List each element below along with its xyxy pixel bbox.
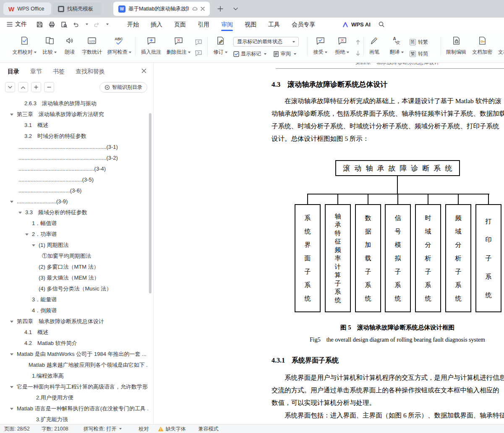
- tab-document-active[interactable]: W 基于Matlab的滚动轴承故障诊: [113, 2, 210, 16]
- expand-arrow-icon[interactable]: [32, 244, 35, 246]
- expand-arrow-icon[interactable]: [10, 114, 13, 116]
- menu-tab-reference[interactable]: 引用: [192, 18, 215, 31]
- toc-item[interactable]: 它是一种面向科学与工程计算的高级语言，允许数学形 ...: [0, 381, 148, 392]
- toc-item[interactable]: ........................................…: [0, 163, 148, 174]
- menu-tab-home[interactable]: 开始: [121, 18, 145, 31]
- word-count-button[interactable]: 123 字数统计: [80, 35, 104, 56]
- file-menu-button[interactable]: 文件: [7, 21, 27, 28]
- toc-item[interactable]: 3.2 时域分析的特征参数: [0, 131, 148, 142]
- sidebar-tab-bookmarks[interactable]: 书签: [53, 68, 65, 75]
- next-revision-icon[interactable]: [353, 49, 363, 58]
- toc-item[interactable]: 3.3 频域分析的特征参数: [0, 207, 148, 218]
- compare-button[interactable]: 比较: [39, 35, 60, 56]
- menu-tab-member[interactable]: 会员专享: [286, 18, 321, 31]
- sidebar-tab-find-replace[interactable]: 查找和替换: [76, 68, 105, 75]
- delete-comment-button[interactable]: 删除批注: [165, 35, 191, 56]
- read-aloud-button[interactable]: 朗读: [61, 35, 78, 56]
- accept-change-button[interactable]: 接受: [311, 35, 330, 56]
- print-icon[interactable]: [48, 21, 55, 28]
- expand-arrow-icon[interactable]: [10, 408, 13, 410]
- previous-comment-icon[interactable]: [194, 38, 203, 47]
- expand-arrow-icon[interactable]: [18, 212, 22, 214]
- review-pane-button[interactable]: 审阅: [273, 50, 296, 57]
- increase-level-button[interactable]: [31, 82, 41, 92]
- insert-comment-button[interactable]: 插入批注: [139, 35, 163, 56]
- word-count-indicator[interactable]: 字数: 21008: [42, 425, 68, 433]
- toc-item[interactable]: (2) 多窗口法（MTM 法）: [0, 262, 148, 272]
- translate-button[interactable]: A文 翻译: [387, 35, 406, 56]
- toc-item[interactable]: ........................................…: [0, 142, 148, 153]
- toc-item[interactable]: Matlab 是由 MathWorks 公司于 1984 年推出的一套 ...: [0, 349, 148, 360]
- expand-all-button[interactable]: [18, 82, 28, 92]
- menu-tab-view[interactable]: 视图: [239, 18, 262, 31]
- smart-toc-button[interactable]: 智能识别目录: [99, 82, 147, 93]
- doc-proofread-button[interactable]: 文档校对: [12, 35, 37, 56]
- toc-item[interactable]: ........................................…: [0, 153, 148, 163]
- expand-arrow-icon[interactable]: [25, 233, 29, 236]
- search-icon[interactable]: [378, 21, 385, 28]
- wps-ai-button[interactable]: WPS AI: [342, 21, 371, 28]
- previous-revision-icon[interactable]: [353, 38, 363, 47]
- menu-tab-review[interactable]: 审阅: [215, 18, 239, 31]
- toc-item[interactable]: ..................................(3-6): [0, 185, 148, 196]
- tab-list-dropdown[interactable]: [231, 4, 240, 13]
- close-icon[interactable]: [201, 7, 205, 11]
- new-tab-button[interactable]: [216, 4, 225, 13]
- toc-item[interactable]: (4) 多信号分类法（Music 法）: [0, 283, 148, 294]
- expand-arrow-icon[interactable]: [10, 201, 13, 203]
- toc-item[interactable]: 4．倒频谱: [0, 305, 148, 316]
- save-icon[interactable]: [36, 21, 43, 28]
- toc-item[interactable]: ........................................…: [0, 174, 148, 185]
- spell-check-button[interactable]: ABC 拼写检查: [107, 35, 132, 56]
- toc-item[interactable]: ..........................(3-9): [0, 196, 148, 207]
- toc-item[interactable]: 2.6.3 滚动轴承的故障与振动: [0, 98, 148, 109]
- menu-tab-insert[interactable]: 插入: [145, 18, 168, 31]
- reject-change-button[interactable]: 拒绝: [332, 35, 352, 56]
- collapse-all-button[interactable]: [5, 82, 15, 92]
- decrease-level-button[interactable]: [44, 82, 54, 92]
- expand-arrow-icon[interactable]: [10, 321, 13, 323]
- page-indicator[interactable]: 页面: 28/52: [4, 425, 30, 433]
- toc-item[interactable]: Matlab 越来越广地被应用到各个领域是由它如下 ...: [0, 360, 148, 371]
- sidebar-tab-toc[interactable]: 目录: [8, 68, 19, 75]
- toc-item[interactable]: 3．能量谱: [0, 294, 148, 305]
- toc-item[interactable]: (3) 最大熵法（MEM 法）: [0, 272, 148, 283]
- toc-item[interactable]: 第三章 滚动轴承故障诊断方法研究: [0, 109, 148, 120]
- toc-item[interactable]: ①加窗平均周期图法: [0, 251, 148, 262]
- toc-item[interactable]: 4.2 Matlab 软件简介: [0, 338, 148, 349]
- toc-item[interactable]: 2.用户使用方便: [0, 392, 148, 403]
- toc-item[interactable]: 1．幅值谱: [0, 218, 148, 229]
- toc-item[interactable]: 1.编程效率高: [0, 371, 148, 381]
- markup-state-select[interactable]: 显示标记的最终状态: [233, 37, 299, 47]
- proofread-button[interactable]: 校对: [138, 425, 149, 433]
- toc-item[interactable]: 2．功率谱: [0, 229, 148, 240]
- undo-dropdown-caret[interactable]: [86, 23, 88, 25]
- redo-icon[interactable]: [93, 21, 100, 28]
- sidebar-scrollbar[interactable]: [149, 113, 151, 293]
- expand-arrow-icon[interactable]: [10, 353, 13, 355]
- track-changes-button[interactable]: 修订: [211, 35, 230, 56]
- tab-template[interactable]: 找稿壳模板: [53, 3, 102, 15]
- menu-tab-tools[interactable]: 工具: [262, 18, 286, 31]
- spellcheck-toggle[interactable]: 拼写检查: 打开: [84, 425, 122, 433]
- toc-item[interactable]: 3.1 概述: [0, 120, 148, 131]
- encrypt-doc-button[interactable]: 文档加密: [470, 35, 494, 56]
- expand-arrow-icon[interactable]: [10, 386, 13, 388]
- redo-dropdown-caret[interactable]: [106, 23, 109, 25]
- next-comment-icon[interactable]: [194, 49, 203, 58]
- toc-item[interactable]: 第四章 轴承故障诊断系统总体设计: [0, 316, 148, 327]
- toc-item[interactable]: 4.1 概述: [0, 327, 148, 338]
- menu-tab-page[interactable]: 页面: [168, 18, 192, 31]
- document-canvas[interactable]: 第四章 轴承故障诊断系统总体设计 4.3 滚动轴承故障诊断系统总体设计 在滚动轴…: [154, 63, 504, 424]
- print-preview-icon[interactable]: [60, 21, 68, 28]
- show-markup-button[interactable]: 显示标记: [233, 50, 266, 57]
- compat-mode-badge[interactable]: 兼容模式: [198, 425, 218, 433]
- missing-font-warning[interactable]: 缺失字体: [158, 425, 185, 433]
- doc-permission-button[interactable]: 文档权限: [496, 35, 504, 56]
- to-simplified-button[interactable]: 繁 转简: [410, 50, 428, 57]
- to-traditional-button[interactable]: 简 转繁: [410, 39, 428, 46]
- ink-pen-button[interactable]: 画笔: [366, 35, 383, 56]
- toc-item[interactable]: (1) 周期图法: [0, 240, 148, 251]
- restrict-editing-button[interactable]: 限制编辑: [444, 35, 468, 56]
- tab-wps-home[interactable]: W WPS Office: [3, 3, 51, 15]
